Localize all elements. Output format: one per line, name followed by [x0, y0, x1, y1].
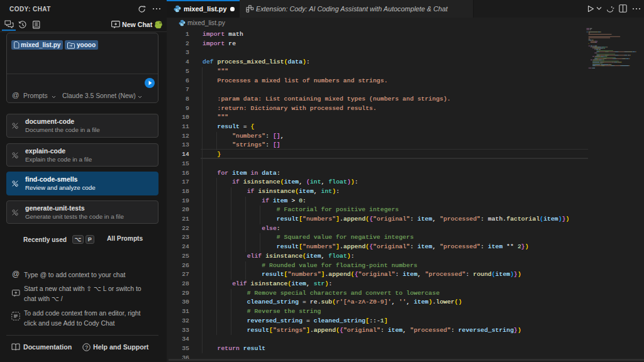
svg-text:?: ?: [85, 344, 88, 351]
